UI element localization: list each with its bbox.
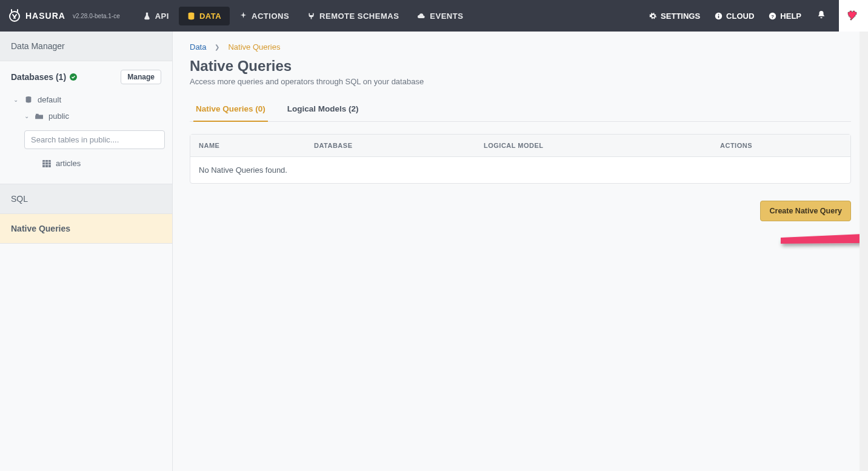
nav-settings[interactable]: SETTINGS (642, 7, 707, 25)
nav-label: EVENTS (430, 12, 463, 21)
nav-api[interactable]: API (135, 7, 178, 25)
th-name: NAME (190, 135, 305, 156)
nav-events[interactable]: EVENTS (409, 7, 472, 25)
nav-label: API (155, 12, 169, 21)
sidebar-native-queries[interactable]: Native Queries (0, 213, 172, 244)
breadcrumb: Data ❯ Native Queries (190, 42, 851, 52)
manage-button[interactable]: Manage (121, 70, 161, 84)
sparkle-icon (239, 12, 247, 20)
sidebar: Data Manager Databases (1) Manage ⌄ defa… (0, 32, 173, 471)
create-native-query-button[interactable]: Create Native Query (760, 201, 851, 221)
svg-point-4 (718, 13, 719, 15)
annotation-arrow-icon (778, 219, 868, 262)
tree-db-default[interactable]: ⌄ default (11, 92, 172, 108)
topbar-right: SETTINGS CLOUD ? HELP (642, 0, 868, 32)
sidebar-title: Data Manager (0, 32, 172, 61)
nav-remote-schemas[interactable]: REMOTE SCHEMAS (299, 7, 407, 25)
nav-label: REMOTE SCHEMAS (319, 12, 399, 21)
notifications-button[interactable] (809, 5, 834, 26)
question-icon: ? (769, 12, 776, 20)
heart-icon (847, 10, 860, 22)
page-title: Native Queries (190, 58, 851, 75)
sidebar-sql[interactable]: SQL (0, 184, 172, 213)
nav-label: HELP (780, 12, 801, 21)
nav-actions[interactable]: ACTIONS (231, 7, 298, 25)
flask-icon (143, 12, 151, 20)
version-label: v2.28.0-beta.1-ce (73, 13, 120, 19)
breadcrumb-data[interactable]: Data (190, 42, 206, 52)
brand-text: HASURA (25, 11, 65, 21)
chevron-down-icon: ⌄ (13, 96, 19, 103)
love-button[interactable] (839, 0, 868, 32)
page-subtitle: Access more queries and operators throug… (190, 77, 851, 86)
table-empty-row: No Native Queries found. (190, 157, 850, 183)
cloud-icon (417, 12, 426, 20)
nav-data[interactable]: DATA (179, 7, 230, 25)
tab-logical-models[interactable]: Logical Models (2) (285, 98, 361, 122)
tab-native-queries[interactable]: Native Queries (0) (193, 98, 268, 122)
chevron-right-icon: ❯ (215, 44, 219, 50)
native-queries-table: NAME DATABASE LOGICAL MODEL ACTIONS No N… (190, 134, 851, 184)
tabs: Native Queries (0) Logical Models (2) (190, 98, 851, 122)
svg-rect-9 (42, 160, 51, 167)
th-database: DATABASE (305, 135, 475, 156)
databases-label: Databases (1) (11, 72, 66, 82)
bell-icon (817, 10, 826, 19)
svg-rect-3 (718, 15, 719, 18)
tree-schema-public[interactable]: ⌄ public (11, 108, 172, 124)
th-logical-model: LOGICAL MODEL (475, 135, 712, 156)
tree-table-articles[interactable]: articles (11, 155, 172, 172)
scrollbar[interactable] (860, 32, 868, 471)
nav-label: DATA (199, 12, 221, 21)
folder-open-icon (35, 113, 44, 120)
check-circle-icon (70, 73, 77, 81)
nav-cloud[interactable]: CLOUD (707, 7, 761, 25)
table-icon (42, 160, 51, 167)
tree-label: articles (56, 159, 81, 168)
top-nav: API DATA ACTIONS REMOTE SCHEMAS EVENTS (135, 7, 472, 25)
th-actions: ACTIONS (712, 135, 850, 156)
nav-help[interactable]: ? HELP (761, 7, 809, 25)
breadcrumb-native-queries: Native Queries (228, 42, 280, 52)
brand[interactable]: HASURA v2.28.0-beta.1-ce (7, 8, 120, 23)
chevron-down-icon: ⌄ (24, 113, 30, 119)
info-icon (715, 12, 723, 20)
topbar: HASURA v2.28.0-beta.1-ce API DATA ACTION… (0, 0, 868, 32)
search-tables-input[interactable] (24, 130, 165, 149)
hasura-logo-icon (7, 8, 22, 23)
table-header: NAME DATABASE LOGICAL MODEL ACTIONS (190, 135, 850, 157)
nav-label: SETTINGS (661, 12, 700, 21)
databases-heading: Databases (1) (11, 72, 77, 82)
main-content: Data ❯ Native Queries Native Queries Acc… (173, 32, 868, 471)
nav-label: ACTIONS (252, 12, 289, 21)
svg-text:?: ? (771, 13, 774, 19)
tree-label: public (48, 112, 69, 121)
gear-icon (649, 12, 657, 20)
database-icon (24, 96, 33, 104)
nav-label: CLOUD (726, 12, 754, 21)
plug-icon (307, 12, 315, 20)
database-icon (187, 12, 195, 20)
tree-label: default (38, 95, 61, 104)
